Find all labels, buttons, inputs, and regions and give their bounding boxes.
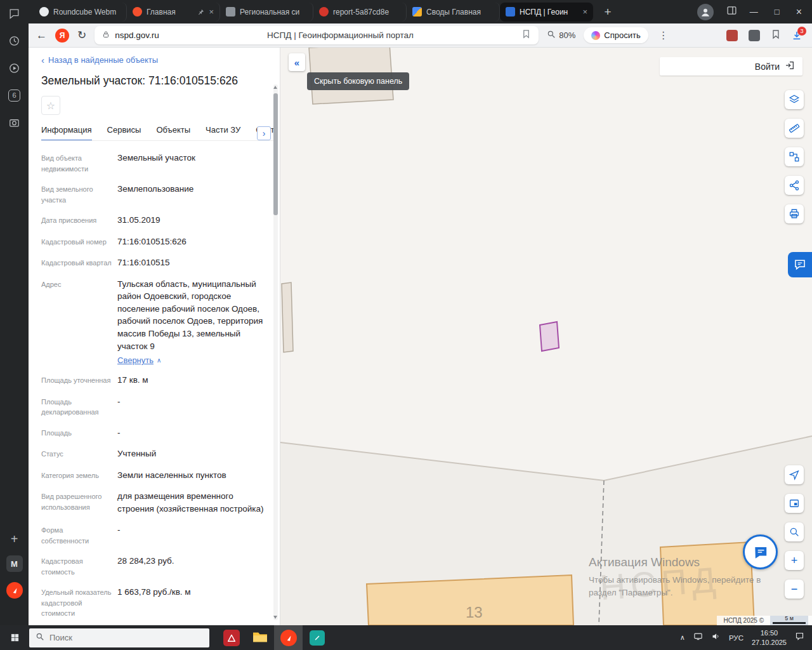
tray-expand-icon[interactable]: ∧	[680, 633, 685, 642]
detail-value-text: 71:16:010515:626	[117, 235, 266, 248]
transform-tools-button[interactable]	[785, 147, 804, 166]
scrollbar-thumb[interactable]	[273, 93, 278, 215]
scroll-down-arrow[interactable]	[273, 616, 277, 619]
taskbar-app-yandex[interactable]	[274, 625, 303, 650]
attribution-text: НСПД 2025 ©	[723, 617, 764, 624]
back-button[interactable]: ←	[36, 29, 47, 42]
page-zoom-control[interactable]: 80%	[547, 30, 575, 41]
new-tab-button[interactable]: +	[599, 5, 616, 19]
window-close-button[interactable]: ×	[796, 7, 802, 17]
panel-scrollbar[interactable]	[273, 84, 278, 620]
panel-tab[interactable]: Части ЗУ	[206, 125, 240, 135]
browser-toolbar: ← Я ↻ nspd.gov.ru НСПД | Геоинформационн…	[29, 23, 812, 48]
media-play-icon[interactable]	[8, 61, 22, 75]
yandex-logo-icon[interactable]	[6, 582, 23, 599]
layers-button[interactable]	[785, 90, 804, 109]
share-button[interactable]	[785, 176, 804, 195]
tabs-container: Roundcube WebmГлавная×Региональная сиrep…	[34, 0, 593, 23]
history-icon[interactable]	[8, 34, 22, 48]
volume-icon[interactable]	[711, 632, 721, 644]
browser-tab[interactable]: НСПД | Геоин×	[500, 3, 593, 22]
watermark-line-3: раздел "Параметры".	[589, 587, 761, 599]
tab-title: НСПД | Геоин	[520, 8, 578, 17]
detail-row: Вид земельного участкаЗемлепользование	[41, 183, 266, 205]
support-chat-button[interactable]	[743, 534, 778, 569]
zoom-in-button[interactable]: +	[785, 551, 804, 570]
browser-tab[interactable]: Региональная си	[220, 3, 313, 22]
hide-sidebar-button[interactable]: «	[289, 53, 305, 71]
extension-icon-2[interactable]	[749, 30, 760, 41]
network-icon[interactable]	[693, 632, 703, 644]
detail-label: Вид земельного участка	[41, 183, 112, 205]
favorite-star-button[interactable]: ☆	[41, 96, 60, 115]
collapse-address-link[interactable]: Свернуть∧	[117, 355, 161, 365]
extension-icon-3[interactable]	[771, 29, 781, 42]
panels-icon[interactable]	[726, 5, 737, 18]
scroll-up-arrow[interactable]	[273, 86, 277, 89]
locate-button[interactable]	[785, 465, 804, 484]
tab-close-icon[interactable]: ×	[582, 7, 587, 17]
detail-row: Удельный показатель кадастровой стоимост…	[41, 586, 266, 619]
browser-tabbar: Roundcube WebmГлавная×Региональная сиrep…	[29, 0, 812, 23]
tab-counter-badge[interactable]: 6	[8, 88, 22, 102]
address-bar[interactable]: nspd.gov.ru НСПД | Геоинформационный пор…	[95, 26, 539, 44]
yandex-button[interactable]: Я	[55, 29, 69, 43]
bookmark-icon[interactable]	[521, 29, 531, 41]
object-info-panel: ‹ Назад в найденные объекты Земельный уч…	[29, 48, 280, 625]
back-to-results-link[interactable]: ‹ Назад в найденные объекты	[41, 55, 158, 65]
windows-activation-watermark: Активация Windows Чтобы активировать Win…	[589, 555, 761, 600]
detail-value-text: -	[117, 524, 266, 536]
messenger-icon[interactable]	[8, 6, 22, 20]
collapse-link-label: Свернуть	[117, 355, 154, 365]
taskbar-app-4[interactable]	[303, 625, 331, 650]
profile-avatar[interactable]	[697, 4, 714, 20]
clock[interactable]: 16:50 27.10.2025	[752, 628, 787, 647]
reload-button[interactable]: ↻	[77, 29, 86, 42]
browser-tab[interactable]: Roundcube Webm	[34, 3, 127, 22]
login-button[interactable]: Войти	[660, 57, 802, 76]
selected-parcel[interactable]	[540, 322, 559, 351]
taskbar-search[interactable]	[29, 628, 209, 647]
browser-tab[interactable]: report-5a87cd8e	[313, 3, 407, 22]
window-maximize-button[interactable]: □	[775, 8, 780, 16]
sidebar-add-button[interactable]: +	[11, 533, 18, 545]
panel-tab[interactable]: Сервисы	[107, 125, 141, 135]
panel-tab[interactable]: Объекты	[156, 125, 190, 135]
taskbar-app-acrobat[interactable]	[217, 625, 246, 650]
screenshot-icon[interactable]	[8, 116, 22, 129]
chevron-up-icon: ∧	[157, 357, 161, 364]
browser-tab[interactable]: Своды Главная	[407, 3, 500, 22]
print-button[interactable]	[785, 204, 804, 223]
chevron-left-icon: ‹	[41, 55, 44, 65]
extension-icon-1[interactable]	[726, 30, 738, 41]
map-canvas[interactable]: НСПД 13	[280, 48, 812, 625]
tabs-overflow-button[interactable]: ›	[257, 126, 271, 140]
measure-button[interactable]	[785, 119, 804, 138]
search-area-button[interactable]	[785, 522, 804, 541]
window-minimize-button[interactable]: —	[750, 8, 758, 16]
notification-center-icon[interactable]	[795, 632, 804, 644]
detail-label: Удельный показатель кадастровой стоимост…	[41, 586, 112, 619]
extent-button[interactable]	[785, 494, 804, 513]
browser-menu-button[interactable]: ⋮	[657, 29, 671, 41]
chevron-right-icon: ›	[263, 128, 266, 138]
parcel-title: Земельный участок: 71:16:010515:626	[41, 74, 280, 88]
workspace-m-button[interactable]: M	[6, 555, 23, 572]
detail-row: Кадастровый квартал71:16:010515	[41, 256, 266, 269]
start-button[interactable]	[0, 625, 29, 650]
browser-tab[interactable]: Главная×	[127, 3, 220, 22]
language-indicator[interactable]: РУС	[729, 634, 743, 642]
detail-row: Дата присвоения31.05.2019	[41, 214, 266, 227]
date-text: 27.10.2025	[752, 638, 787, 647]
detail-value-text: 71:16:010515	[117, 256, 266, 269]
downloads-button[interactable]: 3	[792, 30, 802, 41]
zoom-out-button[interactable]: −	[785, 580, 804, 599]
downloads-badge: 3	[797, 27, 806, 36]
tab-close-icon[interactable]: ×	[209, 7, 214, 17]
panel-tab[interactable]: Информация	[41, 125, 92, 135]
ask-ai-button[interactable]: Спросить	[584, 27, 648, 43]
taskbar-app-explorer[interactable]	[246, 625, 274, 650]
detail-label: Адрес	[41, 278, 112, 365]
feedback-tab-button[interactable]	[788, 252, 812, 277]
search-input[interactable]	[49, 633, 189, 642]
